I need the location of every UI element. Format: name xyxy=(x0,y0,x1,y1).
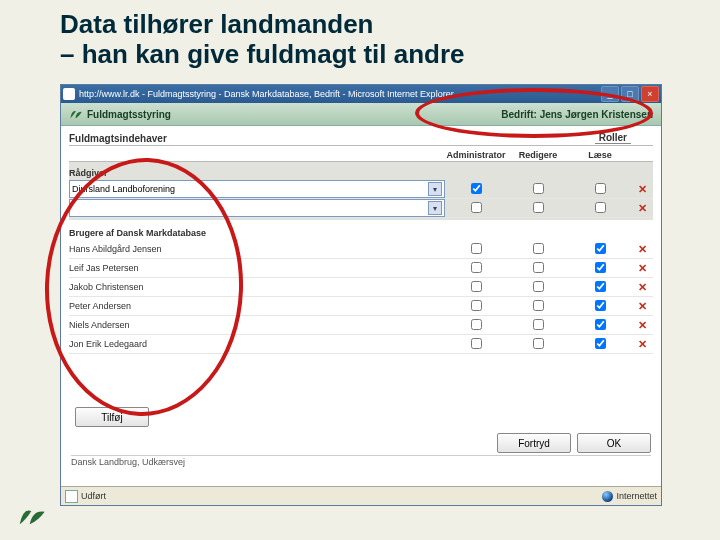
cell-edit xyxy=(507,183,569,196)
user-row: Jon Erik Ledegaard✕ xyxy=(69,335,653,354)
delete-row-button[interactable]: ✕ xyxy=(631,338,653,351)
role-checkbox[interactable] xyxy=(533,183,544,194)
role-checkbox[interactable] xyxy=(595,300,606,311)
status-bar: Udført Internettet xyxy=(61,486,661,505)
role-checkbox[interactable] xyxy=(533,300,544,311)
advisor-select[interactable]: ▾ xyxy=(69,199,445,217)
role-checkbox[interactable] xyxy=(533,202,544,213)
role-checkbox[interactable] xyxy=(471,243,482,254)
delete-row-button[interactable]: ✕ xyxy=(631,202,653,215)
cell-admin xyxy=(445,300,507,313)
cell-read xyxy=(569,243,631,256)
slide-leaf-logo-icon xyxy=(18,506,48,530)
delete-row-button[interactable]: ✕ xyxy=(631,183,653,196)
user-row: Peter Andersen✕ xyxy=(69,297,653,316)
close-button[interactable]: × xyxy=(641,86,659,102)
role-checkbox[interactable] xyxy=(471,300,482,311)
role-checkbox[interactable] xyxy=(595,243,606,254)
cell-admin xyxy=(445,338,507,351)
cell-admin xyxy=(445,202,507,215)
user-name: Niels Andersen xyxy=(69,320,445,330)
role-checkbox[interactable] xyxy=(595,281,606,292)
page-body: Fuldmagtsstyring Bedrift: Jens Jørgen Kr… xyxy=(61,103,661,487)
role-checkbox[interactable] xyxy=(471,183,482,194)
cell-edit xyxy=(507,202,569,215)
cell-admin xyxy=(445,183,507,196)
role-checkbox[interactable] xyxy=(595,183,606,194)
users-label: Brugere af Dansk Markdatabase xyxy=(69,228,653,238)
col-admin: Administrator xyxy=(445,150,507,160)
internet-zone-icon xyxy=(602,491,613,502)
role-checkbox[interactable] xyxy=(471,202,482,213)
titlebar[interactable]: http://www.lr.dk - Fuldmagtsstyring - Da… xyxy=(61,85,661,103)
role-checkbox[interactable] xyxy=(595,262,606,273)
advisor-label: Rådgiver xyxy=(69,168,653,178)
section-header: Fuldmagtsindehaver Roller xyxy=(69,128,653,146)
cell-read xyxy=(569,262,631,275)
role-checkbox[interactable] xyxy=(533,262,544,273)
delete-row-button[interactable]: ✕ xyxy=(631,281,653,294)
cell-admin xyxy=(445,319,507,332)
cell-edit xyxy=(507,243,569,256)
ok-button[interactable]: OK xyxy=(577,433,651,453)
advisor-block: Rådgiver Djursland Landboforening▾✕▾✕ xyxy=(69,162,653,220)
ie-favicon-icon xyxy=(63,88,75,100)
delete-row-button[interactable]: ✕ xyxy=(631,243,653,256)
role-checkbox[interactable] xyxy=(471,281,482,292)
role-checkbox[interactable] xyxy=(533,338,544,349)
app-title: Fuldmagtsstyring xyxy=(87,109,171,120)
delete-row-button[interactable]: ✕ xyxy=(631,319,653,332)
col-read: Læse xyxy=(569,150,631,160)
role-checkbox[interactable] xyxy=(595,338,606,349)
role-checkbox[interactable] xyxy=(533,243,544,254)
add-button[interactable]: Tilføj xyxy=(75,407,149,427)
slide-title-line1: Data tilhører landmanden xyxy=(60,10,660,40)
slide-title: Data tilhører landmanden – han kan give … xyxy=(0,0,720,74)
advisor-select[interactable]: Djursland Landboforening▾ xyxy=(69,180,445,198)
roles-heading: Roller xyxy=(595,132,631,144)
cell-admin xyxy=(445,243,507,256)
slide-title-line2: – han kan give fuldmagt til andre xyxy=(60,40,660,70)
zone-text: Internettet xyxy=(616,491,657,501)
cancel-button[interactable]: Fortryd xyxy=(497,433,571,453)
chevron-down-icon: ▾ xyxy=(428,182,442,196)
user-name: Jon Erik Ledegaard xyxy=(69,339,445,349)
cell-read xyxy=(569,281,631,294)
role-checkbox[interactable] xyxy=(471,338,482,349)
user-row: Leif Jas Petersen✕ xyxy=(69,259,653,278)
delete-row-button[interactable]: ✕ xyxy=(631,300,653,313)
status-text: Udført xyxy=(81,491,106,501)
cell-read xyxy=(569,319,631,332)
user-name: Jakob Christensen xyxy=(69,282,445,292)
breadcrumb-text: Dansk Landbrug, Udkærsvej xyxy=(71,457,185,467)
role-checkbox[interactable] xyxy=(595,202,606,213)
delete-row-button[interactable]: ✕ xyxy=(631,262,653,275)
cell-edit xyxy=(507,338,569,351)
user-name: Peter Andersen xyxy=(69,301,445,311)
footer-buttons: Fortryd OK xyxy=(497,433,651,453)
cell-admin xyxy=(445,262,507,275)
cell-read xyxy=(569,183,631,196)
browser-window: http://www.lr.dk - Fuldmagtsstyring - Da… xyxy=(60,84,662,506)
role-checkbox[interactable] xyxy=(533,281,544,292)
role-checkbox[interactable] xyxy=(471,262,482,273)
user-row: Hans Abildgård Jensen✕ xyxy=(69,240,653,259)
role-checkbox[interactable] xyxy=(595,319,606,330)
cell-edit xyxy=(507,262,569,275)
user-row: Niels Andersen✕ xyxy=(69,316,653,335)
col-edit: Redigere xyxy=(507,150,569,160)
user-name: Leif Jas Petersen xyxy=(69,263,445,273)
maximize-button[interactable]: □ xyxy=(621,86,639,102)
cell-read xyxy=(569,202,631,215)
advisor-select-value: Djursland Landboforening xyxy=(72,184,175,194)
role-checkbox[interactable] xyxy=(471,319,482,330)
done-icon xyxy=(65,490,78,503)
advisor-row: Djursland Landboforening▾✕ xyxy=(69,180,653,199)
givers-heading: Fuldmagtsindehaver xyxy=(69,133,595,144)
minimize-button[interactable]: _ xyxy=(601,86,619,102)
advisor-row: ▾✕ xyxy=(69,199,653,218)
cell-admin xyxy=(445,281,507,294)
role-checkbox[interactable] xyxy=(533,319,544,330)
cell-read xyxy=(569,300,631,313)
leaf-logo-icon xyxy=(69,108,83,120)
